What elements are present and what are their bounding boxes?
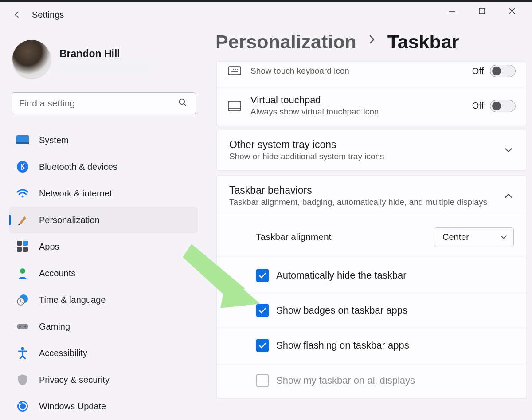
setting-touch-keyboard[interactable]: Show touch keyboard icon Off <box>217 62 526 86</box>
setting-virtual-touchpad[interactable]: Virtual touchpad Always show virtual tou… <box>217 86 526 126</box>
profile-name: Brandon Hill <box>59 48 150 60</box>
apps-icon <box>16 240 29 253</box>
toggle-state: Off <box>472 66 484 76</box>
svg-rect-13 <box>23 247 28 252</box>
chevron-down-icon <box>503 145 514 155</box>
profile-block[interactable]: Brandon Hill <box>9 40 198 90</box>
alignment-label: Taskbar alignment <box>256 232 425 242</box>
accessibility-icon <box>16 346 29 360</box>
sidebar-item-windows-update[interactable]: Windows Update <box>9 393 198 420</box>
svg-rect-19 <box>17 324 28 329</box>
svg-rect-7 <box>16 142 29 144</box>
checkbox-label: Show my taskbar on all displays <box>276 375 415 386</box>
expander-taskbar-behaviors: Taskbar behaviors Taskbar alignment, bad… <box>216 175 527 398</box>
checkbox-flashing[interactable] <box>256 339 269 352</box>
breadcrumb-current: Taskbar <box>387 31 459 53</box>
minimize-button[interactable] <box>444 4 459 19</box>
avatar <box>12 40 51 78</box>
svg-rect-11 <box>23 241 28 246</box>
row-flashing[interactable]: Show flashing on taskbar apps <box>217 328 526 363</box>
sidebar-item-accounts[interactable]: Accounts <box>9 260 198 287</box>
sidebar-item-label: Privacy & security <box>39 375 110 385</box>
sidebar-item-label: Windows Update <box>39 401 106 412</box>
checkbox-label: Show badges on taskbar apps <box>276 305 407 316</box>
sidebar-item-label: Bluetooth & devices <box>39 162 117 172</box>
sidebar-item-accessibility[interactable]: Accessibility <box>9 340 198 366</box>
svg-line-5 <box>184 104 186 106</box>
expander-subtitle: Taskbar alignment, badging, automaticall… <box>229 197 494 207</box>
checkbox-badges[interactable] <box>256 304 269 317</box>
svg-rect-30 <box>228 101 241 111</box>
setting-title: Virtual touchpad <box>250 94 463 106</box>
svg-point-9 <box>22 196 24 198</box>
sidebar-item-label: Accounts <box>39 268 75 279</box>
sidebar-item-label: Network & internet <box>39 188 112 199</box>
close-button[interactable] <box>505 4 520 19</box>
profile-email-redacted <box>59 63 150 71</box>
svg-point-14 <box>20 268 25 274</box>
monitor-icon <box>16 133 29 147</box>
breadcrumb: Personalization Taskbar <box>213 31 532 62</box>
svg-rect-12 <box>17 247 22 252</box>
sidebar-item-personalization[interactable]: Personalization <box>9 207 198 233</box>
setting-subtitle: Always show virtual touchpad icon <box>250 106 383 118</box>
setting-subtitle: Show touch keyboard icon <box>250 65 383 77</box>
checkbox-label: Automatically hide the taskbar <box>276 270 407 281</box>
person-icon <box>16 267 29 280</box>
svg-rect-1 <box>479 8 485 14</box>
row-badges[interactable]: Show badges on taskbar apps <box>217 293 526 328</box>
svg-point-22 <box>21 347 24 350</box>
breadcrumb-parent[interactable]: Personalization <box>215 31 356 53</box>
sidebar-item-apps[interactable]: Apps <box>9 233 198 260</box>
checkbox-label: Show flashing on taskbar apps <box>276 340 409 351</box>
alignment-dropdown[interactable]: Center <box>434 227 514 247</box>
clock-globe-icon <box>16 293 29 306</box>
paintbrush-icon <box>16 213 29 227</box>
sidebar-item-label: Personalization <box>39 215 100 225</box>
sidebar-item-system[interactable]: System <box>9 127 198 153</box>
back-button[interactable] <box>11 8 24 21</box>
chevron-down-icon <box>500 232 507 242</box>
maximize-button[interactable] <box>474 4 489 19</box>
gamepad-icon <box>16 320 29 333</box>
chevron-up-icon <box>503 190 514 201</box>
toggle-state: Off <box>472 101 484 111</box>
update-icon <box>16 400 29 413</box>
row-auto-hide[interactable]: Automatically hide the taskbar <box>217 258 526 293</box>
expander-other-tray-icons[interactable]: Other system tray icons Show or hide add… <box>216 130 527 171</box>
chevron-right-icon <box>368 34 376 50</box>
checkbox-all-displays <box>256 374 269 387</box>
sidebar-item-bluetooth[interactable]: Bluetooth & devices <box>9 153 198 180</box>
keyboard-icon <box>227 64 242 78</box>
row-taskbar-alignment: Taskbar alignment Center <box>217 216 526 258</box>
expander-title: Other system tray icons <box>229 139 494 151</box>
expander-title: Taskbar behaviors <box>229 184 494 196</box>
search-input[interactable] <box>12 92 196 114</box>
toggle-touch-keyboard[interactable] <box>490 65 516 77</box>
svg-point-21 <box>24 326 26 327</box>
bluetooth-icon <box>16 160 29 173</box>
sidebar-item-time-language[interactable]: Time & language <box>9 287 198 313</box>
sidebar-item-gaming[interactable]: Gaming <box>9 313 198 340</box>
search-icon <box>178 98 187 109</box>
wifi-icon <box>16 187 29 200</box>
row-all-displays: Show my taskbar on all displays <box>217 363 526 398</box>
checkbox-auto-hide[interactable] <box>256 269 269 282</box>
sidebar-item-network[interactable]: Network & internet <box>9 180 198 207</box>
dropdown-value: Center <box>442 232 469 242</box>
sidebar-item-label: Apps <box>39 242 59 252</box>
shield-icon <box>16 373 29 386</box>
sidebar-item-label: Accessibility <box>39 348 87 358</box>
sidebar-item-label: System <box>39 135 69 145</box>
svg-point-20 <box>19 326 21 327</box>
svg-rect-10 <box>17 241 22 246</box>
svg-rect-24 <box>228 67 241 75</box>
expander-subtitle: Show or hide additional system tray icon… <box>229 152 494 161</box>
toggle-virtual-touchpad[interactable] <box>490 100 516 112</box>
sidebar-item-label: Time & language <box>39 295 106 305</box>
sidebar-item-label: Gaming <box>39 322 70 332</box>
sidebar-item-privacy[interactable]: Privacy & security <box>9 366 198 393</box>
expander-header-behaviors[interactable]: Taskbar behaviors Taskbar alignment, bad… <box>217 176 526 216</box>
touchpad-icon <box>227 99 242 113</box>
app-title: Settings <box>32 10 64 20</box>
